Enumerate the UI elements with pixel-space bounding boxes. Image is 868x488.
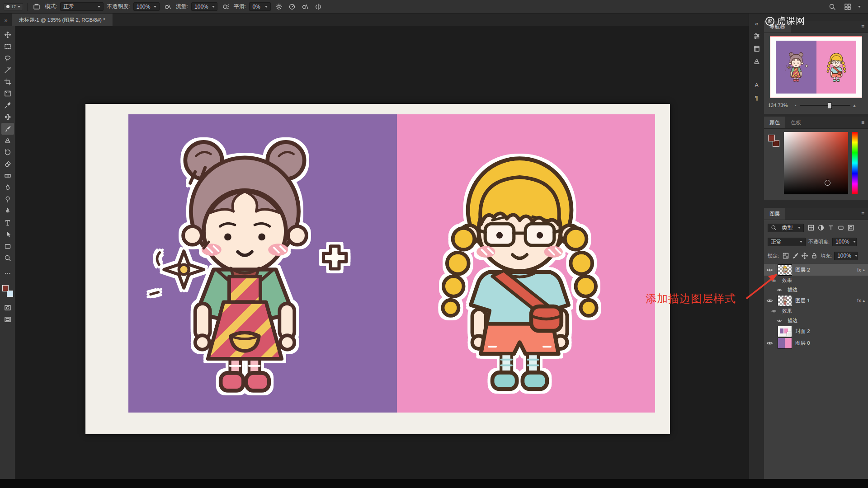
edit-toolbar-button[interactable]: [1, 267, 14, 279]
layer-effect-row[interactable]: 描边: [764, 285, 868, 295]
layer-effect-row[interactable]: 效果: [764, 306, 868, 316]
tool-blur-icon[interactable]: [1, 182, 14, 193]
zoom-slider[interactable]: [800, 105, 850, 106]
layer-row[interactable]: 图层 1fx▴: [764, 295, 868, 306]
lock-transparency-icon[interactable]: [781, 252, 790, 260]
tool-stamp-icon[interactable]: [1, 135, 14, 146]
tool-marquee-icon[interactable]: [1, 41, 14, 52]
tool-shape-icon[interactable]: [1, 240, 14, 252]
tool-magic-wand-icon[interactable]: [1, 64, 14, 76]
dock-paragraph-panel-icon[interactable]: ¶: [750, 91, 764, 104]
tool-history-brush-icon[interactable]: [1, 146, 14, 158]
panel-menu-icon[interactable]: ≡: [861, 211, 864, 217]
layer-row[interactable]: 封面 2: [764, 325, 868, 337]
tab-layers[interactable]: 图层: [764, 208, 785, 220]
visibility-toggle[interactable]: [764, 337, 775, 349]
tab-overflow-icon[interactable]: »: [0, 17, 12, 26]
visibility-toggle[interactable]: [764, 325, 775, 337]
pressure-opacity-icon[interactable]: [163, 2, 173, 12]
navigator-preview[interactable]: [770, 36, 862, 98]
filter-type-icon[interactable]: [826, 224, 835, 232]
filter-shape-icon[interactable]: [836, 224, 845, 232]
dock-libraries-icon[interactable]: [750, 42, 764, 55]
lock-pixels-icon[interactable]: [791, 252, 799, 260]
layer-effect-row[interactable]: 效果: [764, 276, 868, 285]
foreground-color-swatch[interactable]: [2, 285, 9, 291]
tool-dodge-icon[interactable]: [1, 193, 14, 205]
visibility-toggle[interactable]: [764, 295, 775, 306]
tool-zoom-icon[interactable]: [1, 252, 14, 264]
tool-gradient-icon[interactable]: [1, 170, 14, 182]
layer-fx-badge[interactable]: fx: [857, 267, 861, 272]
zoom-out-icon[interactable]: ▲: [794, 104, 797, 107]
airbrush-icon[interactable]: [221, 2, 231, 12]
fx-collapse-icon[interactable]: ▴: [863, 298, 865, 303]
layer-opacity-select[interactable]: 100%: [832, 238, 857, 246]
color-picker-marker[interactable]: [825, 180, 830, 186]
filter-pixel-icon[interactable]: [807, 224, 815, 232]
effect-visibility-toggle[interactable]: [769, 306, 779, 316]
document-tab[interactable]: 未标题-1 @ 135% (图层 2, RGB/8#) *: [12, 14, 113, 26]
filter-smart-icon[interactable]: [846, 224, 855, 232]
tab-swatches[interactable]: 色板: [785, 117, 807, 128]
tool-pen-icon[interactable]: [1, 205, 14, 217]
tool-frame-icon[interactable]: [1, 88, 14, 99]
visibility-toggle[interactable]: [764, 264, 775, 276]
canvas-area[interactable]: [15, 26, 749, 479]
fill-select[interactable]: 100%: [834, 252, 858, 260]
panel-menu-icon[interactable]: ≡: [861, 119, 864, 126]
dock-collapse-panels-icon[interactable]: «: [750, 17, 764, 30]
workspace-icon[interactable]: [843, 2, 853, 12]
zoom-in-icon[interactable]: ▲: [852, 103, 857, 108]
symmetry-icon[interactable]: [313, 2, 323, 12]
layer-row[interactable]: 图层 0: [764, 337, 868, 349]
panel-menu-icon[interactable]: ≡: [861, 23, 864, 30]
brush-settings-toggle-button[interactable]: [32, 2, 42, 12]
saturation-field[interactable]: [784, 132, 848, 194]
tool-healing-icon[interactable]: [1, 111, 14, 123]
lock-position-icon[interactable]: [800, 252, 809, 260]
filter-type-select[interactable]: 类型: [768, 224, 804, 232]
tool-type-icon[interactable]: [1, 217, 14, 229]
effect-visibility-toggle[interactable]: [769, 276, 779, 285]
effect-visibility-toggle[interactable]: [774, 285, 785, 295]
brush-angle-icon[interactable]: [287, 2, 297, 12]
tool-brush-icon[interactable]: [1, 123, 14, 135]
effect-visibility-toggle[interactable]: [774, 316, 785, 325]
flow-select[interactable]: 100%: [191, 2, 217, 11]
tool-move-icon[interactable]: [1, 29, 14, 41]
dock-clone-source-icon[interactable]: [750, 55, 764, 68]
brush-preset-button[interactable]: 17: [4, 3, 23, 10]
layer-thumbnail[interactable]: [778, 338, 792, 349]
filter-adjust-icon[interactable]: [816, 224, 825, 232]
zoom-slider-handle[interactable]: [828, 103, 832, 109]
background-color-swatch[interactable]: [7, 291, 13, 297]
tool-eyedropper-icon[interactable]: [1, 99, 14, 111]
layer-thumbnail[interactable]: [778, 326, 792, 337]
tool-crop-icon[interactable]: [1, 76, 14, 88]
tab-color[interactable]: 颜色: [764, 117, 785, 128]
dock-adjustments-icon[interactable]: [750, 30, 764, 42]
smoothing-select[interactable]: 0%: [249, 2, 271, 11]
layer-effect-row[interactable]: 描边: [764, 316, 868, 325]
blend-mode-select[interactable]: 正常: [768, 238, 806, 246]
quick-mask-button[interactable]: [1, 302, 14, 314]
layer-fx-badge[interactable]: fx: [857, 298, 861, 303]
color-swatches[interactable]: [2, 285, 14, 297]
lock-all-icon[interactable]: [810, 252, 818, 260]
foreground-color-well[interactable]: [768, 135, 775, 141]
screen-mode-button[interactable]: [1, 314, 14, 325]
chevron-down-icon[interactable]: [858, 6, 861, 8]
opacity-select[interactable]: 100%: [133, 2, 160, 11]
layer-thumbnail[interactable]: [778, 264, 792, 276]
tool-path-select-icon[interactable]: [1, 229, 14, 240]
fx-collapse-icon[interactable]: ▴: [863, 267, 865, 272]
layer-thumbnail[interactable]: [778, 295, 792, 306]
search-icon[interactable]: [827, 2, 837, 12]
pressure-size-icon[interactable]: [300, 2, 310, 12]
tool-lasso-icon[interactable]: [1, 52, 14, 64]
mode-select[interactable]: 正常: [60, 2, 104, 11]
layer-row[interactable]: 图层 2fx▴: [764, 264, 868, 276]
hue-slider[interactable]: [852, 132, 858, 194]
dock-character-panel-icon[interactable]: A: [750, 79, 764, 91]
